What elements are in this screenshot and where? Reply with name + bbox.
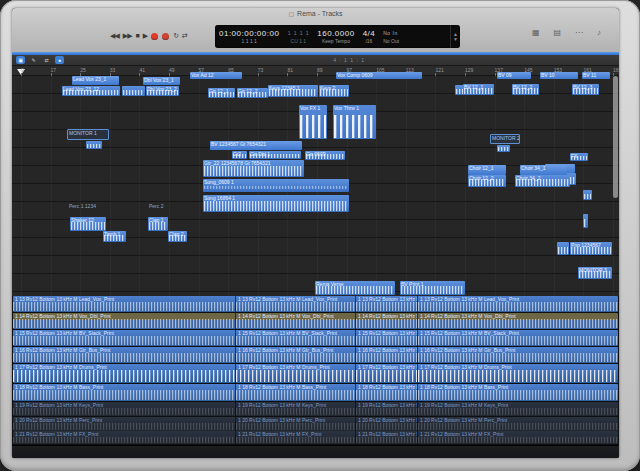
region-clip[interactable]: MONITOR 1 (67, 129, 109, 140)
replace-button[interactable]: ⇄ (182, 31, 187, 41)
snap-toggle[interactable]: ▣ (16, 56, 25, 64)
region-clip[interactable]: Perc 2 (148, 203, 168, 214)
region-clip[interactable]: Gt2 (232, 151, 247, 159)
audio-track-row[interactable]: 1 17 Rv12 Bottom 13 kHz M Drums_Print1 1… (13, 364, 618, 383)
region-clip[interactable]: Perc 1 1234 (68, 203, 106, 214)
region-clip[interactable] (497, 145, 510, 152)
vertical-scrollbar[interactable] (613, 76, 618, 198)
audio-region-segment[interactable]: 1 20 Rv12 Bottom 13 kHz M Perc_Print (417, 417, 618, 431)
region-clip[interactable]: Rema Verse (315, 281, 395, 295)
region-clip[interactable]: Choir 34_1 (520, 165, 567, 175)
pencil-tool[interactable]: ✎ (29, 56, 38, 64)
marquee-tool[interactable]: ● (55, 56, 64, 64)
audio-region-segment[interactable]: 1 13 Rv12 Bottom 13 kHz M Lead_Vox_Print (355, 296, 417, 312)
audio-region-segment[interactable]: 1 15 Rv12 Bottom 13 kHz M BV_Stack_Print (417, 330, 618, 346)
lcd-scroll-down-icon[interactable]: ▼ (453, 37, 458, 42)
region-clip[interactable]: BV 11 (582, 72, 610, 79)
region-clip[interactable]: BV Print 1 (400, 281, 465, 295)
region-clip[interactable]: Choir 12_2 (468, 175, 506, 187)
region-clip[interactable]: Gtr Dbl 1 (249, 151, 301, 159)
region-clip[interactable] (122, 86, 145, 96)
audio-region-segment[interactable]: 1 20 Rv12 Bottom 13 kHz M Perc_Print (235, 417, 355, 431)
audio-region-segment[interactable]: 1 14 Rv12 Bottom 13 kHz M Vox_Dbl_Print (235, 313, 355, 329)
audio-track-row[interactable]: 1 20 Rv12 Bottom 13 kHz M Perc_Print1 20… (13, 417, 618, 431)
lcd-punch[interactable]: No In No Out (379, 25, 403, 48)
region-clip[interactable]: BV 12_2 (512, 84, 539, 95)
lcd-tempo[interactable]: 160.0000 Keep Tempo (313, 25, 358, 48)
region-clip[interactable]: Shaker 12 (70, 217, 106, 231)
rewind-button[interactable]: ◀◀ (110, 31, 119, 41)
region-clip[interactable]: BV 1234567 Gt 7654321 (210, 141, 302, 150)
region-clip[interactable]: Vox Ad 12 (190, 72, 242, 79)
audio-region-segment[interactable]: 1 17 Rv12 Bottom 13 kHz M Drums_Print (13, 364, 235, 383)
lcd-locators-top[interactable]: 1 1 1 1 (287, 29, 309, 38)
audio-track-row[interactable]: 1 18 Rv12 Bottom 13 kHz M Bass_Print1 18… (13, 384, 618, 401)
view-grid-button[interactable]: ▦ (532, 28, 540, 38)
region-clip[interactable]: Dbl Vox 23_2 (146, 86, 179, 96)
view-list-button[interactable]: ▤ (553, 28, 561, 38)
audio-track-row[interactable]: 1 21 Rv12 Bottom 13 kHz M FX_Print1 21 R… (13, 431, 618, 444)
region-clip[interactable]: MONITOR 2 (490, 134, 520, 144)
audio-region-segment[interactable]: 1 16 Rv12 Bottom 13 kHz M Gtr_Bus_Print (13, 347, 235, 363)
region-clip[interactable] (86, 141, 102, 149)
region-clip[interactable]: Tamb 1 (103, 231, 126, 242)
region-clip[interactable]: FX (570, 153, 588, 161)
audio-region-segment[interactable]: 1 19 Rv12 Bottom 13 kHz M Keys_Print (235, 402, 355, 416)
region-clip[interactable]: Choir 34_2 (515, 175, 570, 187)
region-clip[interactable]: Keys 2 (319, 85, 349, 97)
audio-region-segment[interactable]: 1 17 Rv12 Bottom 13 kHz M Drums_Print (235, 364, 355, 383)
audio-track-row[interactable]: 1 15 Rv12 Bottom 13 kHz M BV_Stack_Print… (13, 330, 618, 346)
region-clip[interactable]: Lead Vox 23_12 (62, 86, 120, 96)
region-clip[interactable]: Vox FX 1 (299, 105, 327, 139)
audio-region-segment[interactable]: 1 16 Rv12 Bottom 13 kHz M Gtr_Bus_Print (235, 347, 355, 363)
audio-region-segment[interactable]: 1 17 Rv12 Bottom 13 kHz M Drums_Print (355, 364, 417, 383)
forward-button[interactable]: ▶▶ (123, 31, 132, 41)
record-button[interactable] (151, 33, 158, 40)
cycle-button[interactable]: ↻ (173, 31, 178, 41)
audio-region-segment[interactable]: 1 20 Rv12 Bottom 13 kHz M Perc_Print (13, 417, 235, 431)
region-clip[interactable]: Dbl Vox 23_1 (143, 77, 180, 85)
audio-track-row[interactable]: 1 16 Rv12 Bottom 13 kHz M Gtr_Bus_Print1… (13, 347, 618, 363)
audio-region-segment[interactable]: 1 18 Rv12 Bottom 13 kHz M Bass_Print (235, 384, 355, 401)
play-button[interactable]: ▶ (143, 31, 147, 41)
capture-record-button[interactable] (162, 33, 169, 40)
region-clip[interactable]: Gtr_22 12345678 Gt 7654321 (203, 160, 304, 177)
region-clip[interactable]: Song 16864 1 (203, 195, 349, 212)
lcd-position[interactable]: 01:00:00:00:00 1 1 1 1 (215, 25, 283, 48)
region-clip[interactable]: Gtr 0609 (305, 151, 345, 160)
audio-region-segment[interactable]: 1 16 Rv12 Bottom 13 kHz M Gtr_Bus_Print (417, 347, 618, 363)
region-clip[interactable]: MONITOR 3 (578, 267, 612, 279)
region-clip[interactable] (583, 214, 588, 228)
region-clip[interactable]: BV 12_1 (463, 84, 494, 95)
audio-region-segment[interactable]: 1 13 Rv12 Bottom 13 kHz M Lead_Vox_Print (417, 296, 618, 312)
region-clip[interactable]: BV 12_3 (572, 84, 599, 95)
region-clip[interactable]: Choir 12_1 (468, 165, 506, 175)
audio-region-segment[interactable]: 1 18 Rv12 Bottom 13 kHz M Bass_Print (13, 384, 235, 401)
lcd-out-label[interactable]: No Out (383, 38, 399, 44)
region-clip[interactable] (557, 242, 569, 255)
region-clip[interactable]: Clap 2 (168, 231, 187, 242)
audio-track-row[interactable]: 1 19 Rv12 Bottom 13 kHz M Keys_Print1 19… (13, 402, 618, 416)
audio-region-segment[interactable]: 1 13 Rv12 Bottom 13 kHz M Lead_Vox_Print (235, 296, 355, 312)
lcd-signature[interactable]: 4/4 /16 (359, 25, 380, 48)
audio-region-segment[interactable]: 1 15 Rv12 Bottom 13 kHz M BV_Stack_Print (355, 330, 417, 346)
audio-region-segment[interactable]: 1 17 Rv12 Bottom 13 kHz M Drums_Print (417, 364, 618, 383)
lcd-timecode[interactable]: 01:00:00:00:00 (219, 29, 279, 38)
crossfade-tool[interactable]: ⇄ (42, 56, 51, 64)
region-clip[interactable]: Clap 1 (148, 217, 168, 231)
lcd-division[interactable]: /16 (363, 38, 376, 44)
audio-region-segment[interactable]: 1 16 Rv12 Bottom 13 kHz M Gtr_Bus_Print (355, 347, 417, 363)
audio-region-segment[interactable]: 1 19 Rv12 Bottom 13 kHz M Keys_Print (417, 402, 618, 416)
audio-region-segment[interactable]: 1 18 Rv12 Bottom 13 kHz M Bass_Print (417, 384, 618, 401)
audio-region-segment[interactable]: 1 14 Rv12 Bottom 13 kHz M Vox_Dbl_Print (13, 313, 235, 329)
region-clip[interactable]: Pno 1234567 (570, 242, 612, 255)
audio-region-segment[interactable]: 1 21 Rv12 Bottom 13 kHz M FX_Print (355, 431, 417, 444)
audio-region-segment[interactable]: 1 19 Rv12 Bottom 13 kHz M Keys_Print (13, 402, 235, 416)
media-button[interactable]: ♪ (597, 28, 601, 38)
audio-region-segment[interactable]: 1 13 Rv12 Bottom 13 kHz M Lead_Vox_Print (13, 296, 235, 312)
region-clip[interactable]: BV 09 (497, 72, 531, 79)
region-clip[interactable]: Keys 12345 1 (268, 85, 318, 97)
tools-button[interactable]: ⋯ (575, 28, 583, 38)
audio-region-segment[interactable]: 1 21 Rv12 Bottom 13 kHz M FX_Print (417, 431, 618, 444)
audio-region-segment[interactable]: 1 21 Rv12 Bottom 13 kHz M FX_Print (235, 431, 355, 444)
